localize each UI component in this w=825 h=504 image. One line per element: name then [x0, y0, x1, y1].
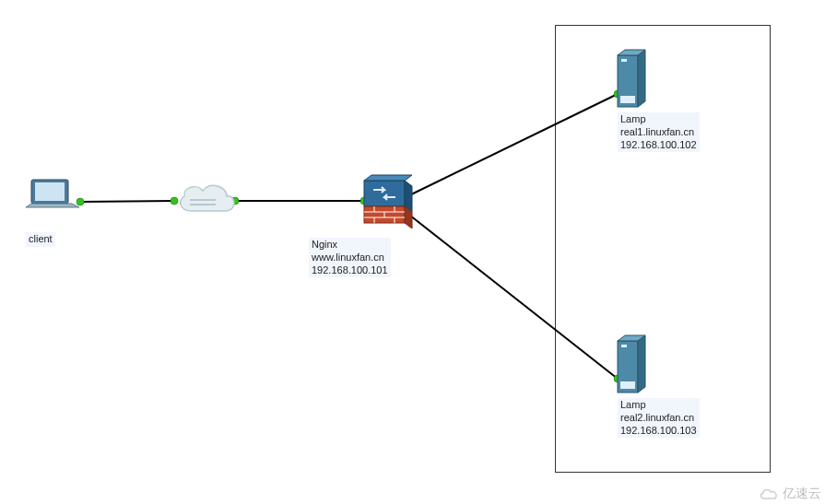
label-text: www.linuxfan.cn: [312, 252, 388, 264]
label-text: 192.168.100.101: [312, 264, 388, 277]
label-text: Lamp: [620, 113, 697, 126]
laptop-icon: [26, 180, 79, 207]
svg-marker-17: [364, 175, 412, 181]
label-text: 192.168.100.103: [620, 425, 697, 438]
label-text: real1.linuxfan.cn: [620, 126, 697, 139]
svg-point-9: [402, 208, 409, 216]
cloud-logo-icon: [759, 486, 779, 501]
svg-point-8: [402, 193, 409, 201]
svg-marker-16: [405, 181, 412, 212]
firewall-icon: [364, 175, 412, 229]
server2-label: Lamp real2.linuxfan.cn 192.168.100.103: [618, 398, 700, 438]
svg-rect-12: [31, 180, 68, 204]
svg-point-4: [77, 198, 84, 205]
watermark: 亿速云: [759, 486, 821, 502]
client-label: client: [26, 232, 55, 247]
svg-line-0: [80, 201, 174, 202]
svg-rect-15: [364, 181, 405, 206]
diagram-canvas: client Nginx www.linuxfan.cn 192.168.100…: [0, 0, 825, 504]
watermark-text: 亿速云: [783, 486, 821, 502]
label-text: real2.linuxfan.cn: [620, 412, 697, 425]
svg-rect-18: [364, 206, 405, 223]
link-endpoints: [77, 90, 621, 382]
svg-marker-19: [405, 206, 412, 229]
label-text: 192.168.100.102: [620, 139, 697, 152]
links: [80, 94, 618, 379]
svg-marker-14: [26, 204, 79, 207]
svg-point-7: [360, 197, 368, 205]
server1-label: Lamp real1.linuxfan.cn 192.168.100.102: [618, 112, 700, 152]
label-text: Nginx: [312, 239, 388, 252]
label-text: client: [29, 233, 53, 246]
nginx-label: Nginx www.linuxfan.cn 192.168.100.101: [309, 238, 391, 277]
svg-point-5: [171, 197, 178, 205]
label-text: Lamp: [620, 399, 697, 412]
svg-rect-13: [35, 182, 65, 201]
svg-point-6: [231, 197, 239, 205]
cloud-icon: [181, 185, 234, 211]
